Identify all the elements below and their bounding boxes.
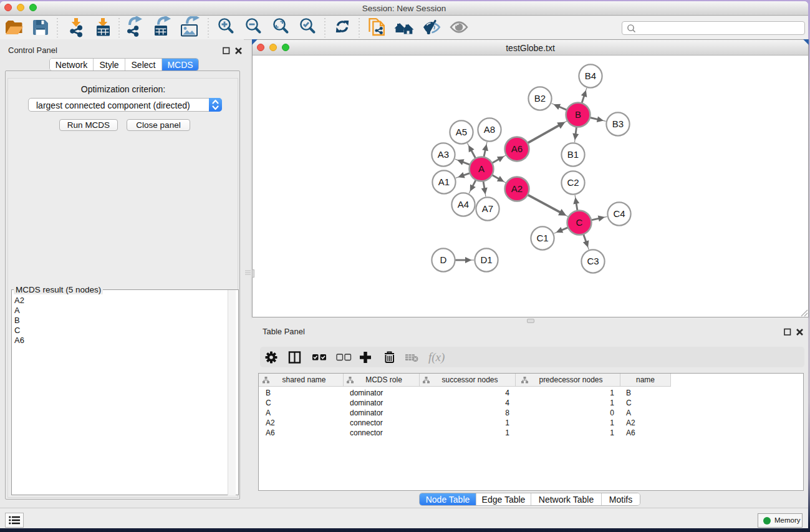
svg-text:A: A — [478, 163, 485, 174]
svg-text:A7: A7 — [482, 203, 493, 214]
svg-text:A6: A6 — [511, 143, 523, 154]
svg-text:A4: A4 — [458, 199, 469, 210]
svg-text:A5: A5 — [456, 127, 467, 137]
svg-text:B1: B1 — [567, 149, 579, 160]
svg-text:B: B — [575, 109, 581, 120]
svg-text:C3: C3 — [587, 256, 599, 266]
svg-text:A1: A1 — [438, 177, 450, 187]
svg-text:A2: A2 — [511, 183, 523, 194]
svg-text:D: D — [440, 254, 447, 265]
svg-text:B3: B3 — [612, 118, 624, 129]
svg-text:f(x): f(x) — [428, 351, 445, 364]
svg-text:A8: A8 — [484, 124, 495, 135]
svg-text:C1: C1 — [536, 233, 548, 243]
svg-text:D1: D1 — [480, 254, 492, 265]
svg-text:C4: C4 — [613, 208, 625, 219]
svg-text:C2: C2 — [567, 177, 579, 188]
svg-text:B4: B4 — [585, 70, 596, 81]
svg-text:C: C — [576, 217, 583, 228]
svg-text:B2: B2 — [534, 93, 546, 104]
svg-text:A3: A3 — [438, 149, 449, 160]
